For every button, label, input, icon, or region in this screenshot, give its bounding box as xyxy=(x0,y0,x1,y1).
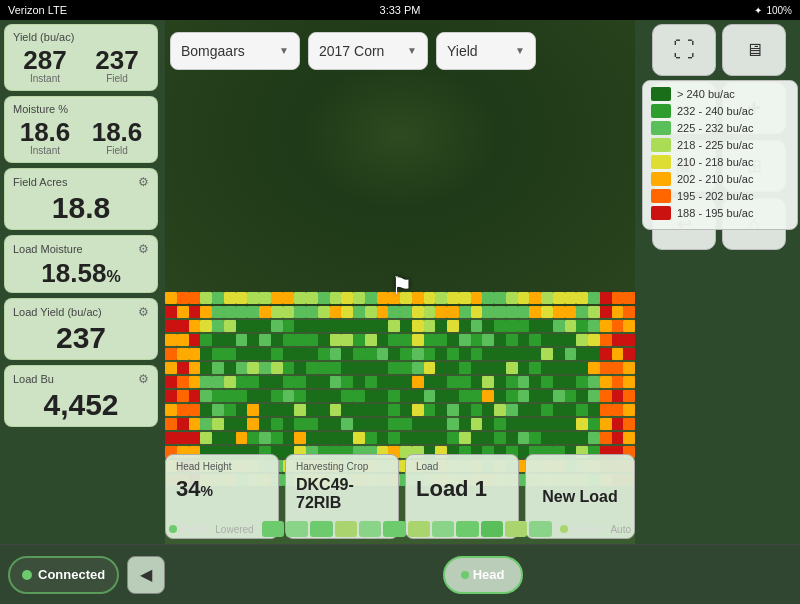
yield-cell xyxy=(506,334,518,346)
network-button[interactable]: 🖥 xyxy=(722,24,786,76)
yield-cell xyxy=(435,404,447,416)
yield-cell xyxy=(189,292,201,304)
yield-cell xyxy=(588,320,600,332)
legend-label: 232 - 240 bu/ac xyxy=(677,105,753,117)
yield-cell xyxy=(271,390,283,402)
yield-cell xyxy=(447,334,459,346)
yield-cell xyxy=(600,432,612,444)
yield-cell xyxy=(365,348,377,360)
yield-cell xyxy=(623,376,635,388)
load-bu-gear-icon[interactable]: ⚙ xyxy=(138,372,149,386)
yield-cell xyxy=(565,306,577,318)
yield-cell xyxy=(212,390,224,402)
yield-cell xyxy=(588,306,600,318)
yield-cell xyxy=(189,334,201,346)
yield-cell xyxy=(165,404,177,416)
yield-row xyxy=(165,390,635,402)
yield-cell xyxy=(224,292,236,304)
yield-cell xyxy=(400,404,412,416)
yield-cell xyxy=(400,306,412,318)
yield-cell xyxy=(588,348,600,360)
yield-cell xyxy=(482,376,494,388)
head-swath-strip: Head Lowered Swath Auto xyxy=(165,516,635,542)
yield-cell xyxy=(353,362,365,374)
head-height-title: Head Height xyxy=(176,461,268,472)
yield-cell xyxy=(541,348,553,360)
yield-cell xyxy=(459,390,471,402)
expand-icon: ⛶ xyxy=(673,37,695,63)
yield-instant-block: 287 Instant xyxy=(13,47,77,84)
yield-cell xyxy=(200,292,212,304)
yield-cell xyxy=(224,362,236,374)
expand-button[interactable]: ⛶ xyxy=(652,24,716,76)
head-segment xyxy=(529,521,551,537)
yield-cell xyxy=(459,292,471,304)
yield-cell xyxy=(212,348,224,360)
head-height-unit: % xyxy=(200,483,212,499)
head-nav-label: Head xyxy=(473,567,505,582)
yield-cell xyxy=(236,306,248,318)
yield-cell xyxy=(165,376,177,388)
yield-cell xyxy=(271,362,283,374)
yield-cell xyxy=(529,404,541,416)
yield-instant-val: 287 xyxy=(13,47,77,73)
connected-chip[interactable]: Connected xyxy=(8,556,119,594)
yield-cell xyxy=(306,362,318,374)
yield-cell xyxy=(247,390,259,402)
yield-cell xyxy=(388,418,400,430)
yield-cell xyxy=(341,320,353,332)
yield-row xyxy=(165,362,635,374)
load-yield-gear-icon[interactable]: ⚙ xyxy=(138,305,149,319)
yield-cell xyxy=(553,418,565,430)
yield-cell xyxy=(247,418,259,430)
yield-cell xyxy=(271,418,283,430)
legend-item: 210 - 218 bu/ac xyxy=(651,155,789,169)
yield-cell xyxy=(400,348,412,360)
yield-cell xyxy=(165,292,177,304)
yield-cell xyxy=(341,306,353,318)
yield-cell xyxy=(388,376,400,388)
farm-dropdown[interactable]: Bomgaars ▼ xyxy=(170,32,300,70)
load-val: Load 1 xyxy=(416,476,508,502)
yield-cell xyxy=(612,376,624,388)
yield-cell xyxy=(177,404,189,416)
yield-cell xyxy=(377,362,389,374)
yield-cell xyxy=(482,362,494,374)
yield-cell xyxy=(341,334,353,346)
yield-cell xyxy=(529,432,541,444)
yield-cell xyxy=(541,390,553,402)
yield-cell xyxy=(377,404,389,416)
load-moisture-gear-icon[interactable]: ⚙ xyxy=(138,242,149,256)
yield-row xyxy=(165,334,635,346)
yield-cell xyxy=(588,390,600,402)
yield-cell xyxy=(482,320,494,332)
yield-cell xyxy=(471,320,483,332)
field-acres-gear-icon[interactable]: ⚙ xyxy=(138,175,149,189)
crop-dropdown[interactable]: 2017 Corn ▼ xyxy=(308,32,428,70)
nav-back-button[interactable]: ◀ xyxy=(127,556,165,594)
farm-label: Bomgaars xyxy=(181,43,245,59)
yield-cell xyxy=(518,348,530,360)
yield-cell xyxy=(576,320,588,332)
legend-label: 225 - 232 bu/ac xyxy=(677,122,753,134)
yield-cell xyxy=(447,306,459,318)
yield-cell xyxy=(529,362,541,374)
swath-sub-label: Auto xyxy=(610,524,631,535)
yield-cell xyxy=(541,292,553,304)
yield-cell xyxy=(236,404,248,416)
yield-cell xyxy=(400,376,412,388)
yield-cell xyxy=(283,418,295,430)
moisture-instant-block: 18.6 Instant xyxy=(13,119,77,156)
center-nav: Head xyxy=(173,556,792,594)
yield-cell xyxy=(200,376,212,388)
yield-cell xyxy=(565,390,577,402)
yield-cell xyxy=(271,348,283,360)
layer-dropdown[interactable]: Yield ▼ xyxy=(436,32,536,70)
head-segments xyxy=(262,521,552,537)
yield-cell xyxy=(588,376,600,388)
head-nav-chip[interactable]: Head xyxy=(443,556,523,594)
yield-title: Yield (bu/ac) xyxy=(13,31,74,43)
yield-cell xyxy=(576,376,588,388)
load-bu-title: Load Bu xyxy=(13,373,54,385)
yield-cell xyxy=(600,320,612,332)
